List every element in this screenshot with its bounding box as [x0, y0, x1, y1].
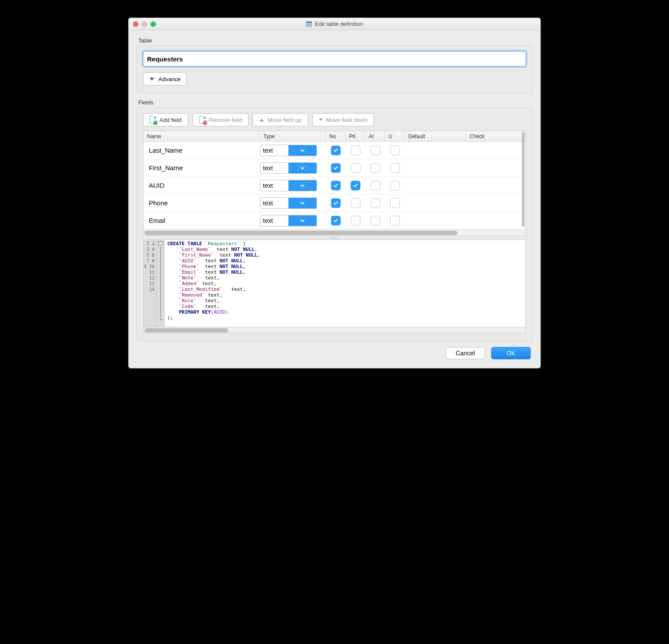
add-field-button[interactable]: + Add field: [143, 113, 188, 126]
field-type-select[interactable]: text: [260, 162, 317, 174]
advance-label: Advance: [158, 76, 181, 82]
chevron-down-icon: [150, 78, 154, 81]
pk-checkbox[interactable]: [351, 163, 360, 173]
window-title: Edit table definition: [315, 21, 363, 27]
field-name-cell[interactable]: First_Name: [144, 164, 260, 172]
notnull-checkbox[interactable]: [331, 163, 341, 173]
field-name-cell[interactable]: Email: [144, 217, 260, 224]
field-type-select[interactable]: text: [260, 215, 317, 226]
sql-horizontal-scrollbar[interactable]: [143, 327, 526, 333]
vertical-scrollbar[interactable]: [522, 132, 525, 227]
table-row[interactable]: Last_Nametext: [144, 142, 525, 159]
u-checkbox[interactable]: [390, 216, 400, 225]
col-pk[interactable]: PK: [345, 131, 365, 141]
col-check[interactable]: Check: [466, 131, 495, 141]
cancel-button[interactable]: Cancel: [446, 347, 485, 359]
pk-checkbox[interactable]: [351, 216, 360, 225]
u-checkbox[interactable]: [390, 181, 400, 190]
triangle-down-icon: [319, 118, 323, 121]
table-name-input[interactable]: [143, 51, 526, 66]
move-field-up-button[interactable]: Move field up: [253, 113, 308, 126]
grid-header: Name Type No PK AI U Default Check: [144, 131, 525, 142]
fold-toggle-icon[interactable]: [158, 241, 162, 245]
field-name-cell[interactable]: Phone: [144, 199, 260, 207]
notnull-checkbox[interactable]: [331, 146, 341, 155]
fields-grid: Name Type No PK AI U Default Check Last_…: [143, 131, 526, 236]
dropdown-icon: [288, 198, 317, 208]
titlebar[interactable]: Edit table definition: [129, 18, 540, 30]
notnull-checkbox[interactable]: [331, 216, 341, 225]
fold-column[interactable]: [157, 240, 165, 327]
col-notnull[interactable]: No: [326, 131, 345, 141]
u-checkbox[interactable]: [390, 198, 400, 208]
dropdown-icon: [288, 145, 317, 156]
col-name[interactable]: Name: [144, 131, 260, 141]
sql-preview[interactable]: 1 2 3 4 5 6 7 8 9 10 11 12 13 14 CREATE …: [143, 240, 526, 327]
pk-checkbox[interactable]: [351, 198, 360, 208]
advance-toggle[interactable]: Advance: [143, 72, 187, 86]
field-name-cell[interactable]: Last_Name: [144, 147, 260, 154]
notnull-checkbox[interactable]: [331, 181, 341, 190]
page-add-icon: +: [150, 116, 156, 124]
ok-button[interactable]: OK: [491, 347, 531, 359]
remove-field-button[interactable]: – Remove field: [193, 113, 249, 126]
table-row[interactable]: AUIDtext: [144, 177, 525, 194]
ai-checkbox[interactable]: [370, 181, 380, 190]
sql-code[interactable]: CREATE TABLE `Requesters` ( `Last_Name` …: [165, 240, 525, 327]
page-remove-icon: –: [199, 116, 205, 124]
col-u[interactable]: U: [385, 131, 405, 141]
ai-checkbox[interactable]: [370, 163, 380, 173]
table-row[interactable]: Phonetext: [144, 194, 525, 212]
dropdown-icon: [288, 163, 317, 173]
table-panel: Advance: [137, 46, 532, 93]
ai-checkbox[interactable]: [370, 198, 380, 208]
splitter-handle[interactable]: [143, 236, 526, 240]
ai-checkbox[interactable]: [370, 216, 380, 225]
horizontal-scrollbar[interactable]: [144, 229, 525, 236]
table-row[interactable]: First_Nametext: [144, 159, 525, 177]
pk-checkbox[interactable]: [351, 181, 360, 190]
dropdown-icon: [288, 215, 317, 226]
col-ai[interactable]: AI: [365, 131, 385, 141]
dialog-window: Edit table definition Table Advance Fiel…: [128, 18, 541, 369]
ai-checkbox[interactable]: [370, 146, 380, 155]
col-type[interactable]: Type: [260, 131, 326, 141]
notnull-checkbox[interactable]: [331, 198, 341, 208]
svg-rect-1: [306, 21, 312, 23]
move-field-down-button[interactable]: Move field down: [313, 113, 374, 126]
field-type-select[interactable]: text: [260, 180, 317, 191]
fields-section-label: Fields: [138, 99, 532, 106]
fields-panel: + Add field – Remove field Move field up…: [137, 107, 532, 341]
dropdown-icon: [288, 180, 317, 191]
pk-checkbox[interactable]: [351, 146, 360, 155]
u-checkbox[interactable]: [390, 163, 400, 173]
triangle-up-icon: [259, 118, 264, 122]
field-type-select[interactable]: text: [260, 197, 317, 209]
table-section-label: Table: [138, 37, 532, 44]
field-name-cell[interactable]: AUID: [144, 182, 260, 189]
field-type-select[interactable]: text: [260, 145, 317, 156]
sql-gutter: 1 2 3 4 5 6 7 8 9 10 11 12 13 14: [144, 240, 157, 327]
col-default[interactable]: Default: [405, 131, 466, 141]
u-checkbox[interactable]: [390, 146, 400, 155]
table-icon: [306, 21, 312, 27]
table-row[interactable]: Emailtext: [144, 212, 525, 229]
